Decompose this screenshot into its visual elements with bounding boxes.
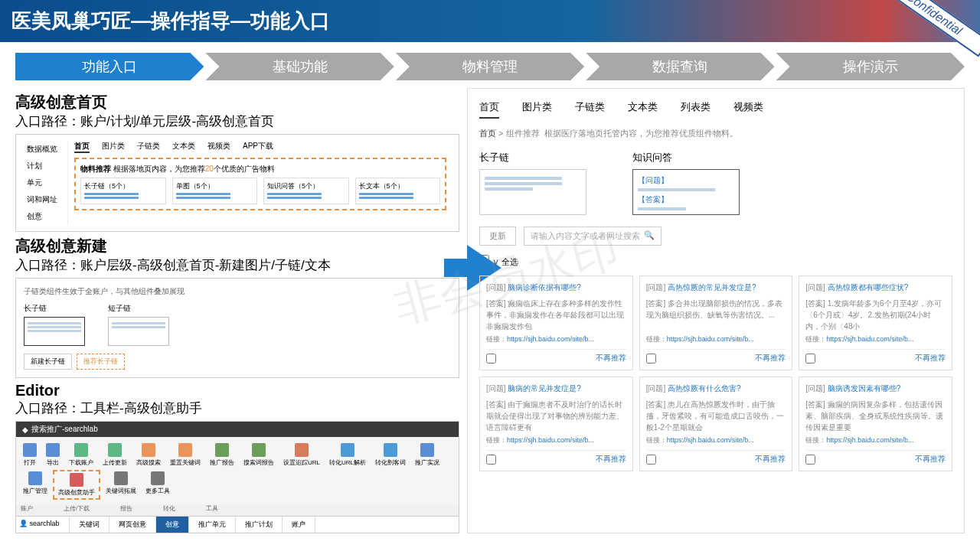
no-recommend-link[interactable]: 不再推荐 — [915, 454, 946, 465]
rec-mid: 根据落地页内容，为您推荐 — [113, 165, 205, 173]
toolbar-button[interactable]: 上传更新 — [99, 442, 131, 468]
no-recommend-link[interactable]: 不再推荐 — [755, 454, 786, 465]
rec-pre: 物料推荐 — [80, 165, 111, 173]
toolbar-button[interactable]: 转化URL解析 — [325, 442, 370, 468]
card-checkbox[interactable] — [805, 354, 815, 364]
toolbar-button[interactable]: 搜索词报告 — [240, 442, 278, 468]
tab[interactable]: 首页 — [74, 141, 90, 153]
qa-card[interactable]: [问题] 高热惊厥的常见并发症是?[答案] 多合并出现脑部损伤的情况，多表现为脑… — [639, 276, 793, 370]
toolbar-button[interactable]: 高级搜索 — [132, 442, 165, 468]
new-button[interactable]: 新建长子链 — [24, 354, 72, 370]
r-tab[interactable]: 图片类 — [522, 100, 552, 119]
user-label: searchlab — [30, 520, 60, 527]
toolbar-button[interactable]: 更多工具 — [142, 470, 174, 500]
side-item[interactable]: 计划 — [22, 158, 67, 174]
section1-title: 高级创意首页 — [15, 92, 459, 112]
side-item[interactable]: 创意 — [22, 208, 67, 225]
page-title: 医美凤巢巧匠—操作指导—功能入口 — [11, 8, 330, 34]
bottom-tab[interactable]: 关键词 — [70, 517, 109, 533]
step-4[interactable]: 数据查询 — [586, 53, 774, 80]
toolbar-button[interactable]: 推广管理 — [19, 470, 51, 500]
screenshot-3: ◆搜索推广-searchlab 打开导出下载账户上传更新高级搜索重置关键词推广报… — [15, 421, 459, 533]
selectall-label: 全选 — [501, 257, 518, 266]
window-title: 搜索推广-searchlab — [31, 424, 98, 435]
detail-panel: 首页 图片类 子链类 文本类 列表类 视频类 首页 > 组件推荐 根据医疗落地页… — [467, 88, 965, 533]
r-tab[interactable]: 视频类 — [733, 100, 763, 119]
tab[interactable]: 子链类 — [137, 141, 160, 153]
step-3[interactable]: 物料管理 — [396, 53, 584, 80]
screenshot-2: 子链类组件生效于全账户，与其他组件叠加展现 长子链 短子链 新建长子链 推荐长子… — [15, 278, 459, 378]
item-label: 短子链 — [108, 303, 169, 314]
bottom-tab[interactable]: 网页创意 — [109, 517, 156, 533]
no-recommend-link[interactable]: 不再推荐 — [755, 353, 786, 364]
toolbar-button[interactable]: 导出 — [42, 442, 64, 468]
step-2[interactable]: 基础功能 — [205, 53, 394, 80]
no-recommend-link[interactable]: 不再推荐 — [596, 353, 626, 364]
group-label: 转化 — [163, 504, 175, 513]
tab[interactable]: 视频类 — [207, 141, 230, 153]
section3-path: 入口路径：工具栏-高级创意助手 — [15, 399, 459, 417]
tab[interactable]: APP下载 — [243, 141, 273, 153]
qa-card[interactable]: [问题] 脑病诊断依据有哪些?[答案] 癫痫临床上存在多种多样的发作性事件，非癫… — [479, 276, 633, 370]
qa-card[interactable]: [问题] 脑病的常见并发症是?[答案] 由于癫痫患者不及时治疗的话长时期就会使得… — [479, 377, 633, 471]
group-label: 工具 — [206, 504, 218, 513]
rec-hl: 20 — [205, 165, 214, 173]
toolbar-button[interactable]: 关键词拓展 — [102, 470, 140, 500]
toolbar-button[interactable]: 打开 — [19, 442, 41, 468]
update-button[interactable]: 更新 — [479, 227, 516, 246]
section3-title: Editor — [15, 382, 459, 399]
rec-card[interactable]: 长子链（5个） — [80, 178, 166, 204]
rec-card[interactable]: 长文本（5个） — [355, 178, 441, 204]
app-icon: ◆ — [22, 425, 28, 434]
side-item[interactable]: 词和网址 — [22, 191, 67, 208]
card-checkbox[interactable] — [646, 354, 656, 364]
tab[interactable]: 文本类 — [172, 141, 195, 153]
toolbar-button[interactable]: 下载账户 — [65, 442, 97, 468]
rec-card[interactable]: 单图（5个） — [172, 178, 258, 204]
card-checkbox[interactable] — [486, 354, 496, 364]
card-checkbox[interactable] — [805, 455, 815, 465]
r-tab[interactable]: 首页 — [479, 100, 499, 119]
r-tab[interactable]: 文本类 — [628, 100, 658, 119]
bottom-tab[interactable]: 账户 — [283, 517, 315, 533]
group-label: 账户 — [21, 504, 33, 513]
group-label: 报告 — [120, 504, 132, 513]
bottom-tab[interactable]: 创意 — [156, 517, 189, 533]
screenshot-1: 数据概览 计划 单元 词和网址 创意 首页 图片类 子链类 文本类 视频类 AP… — [15, 134, 459, 232]
toolbar-button[interactable]: 推广报告 — [206, 442, 238, 468]
r-tab[interactable]: 子链类 — [575, 100, 605, 119]
toolbar-button[interactable]: 高级创意助手 — [53, 470, 100, 500]
search-icon: 🔍 — [644, 230, 655, 242]
section2-title: 高级创意新建 — [15, 236, 459, 256]
no-recommend-link[interactable]: 不再推荐 — [596, 454, 626, 465]
qa-card[interactable]: [问题] 高热惊厥有什么危害?[答案] 患儿在高热惊厥发作时，由于抽搐，牙齿紧咬… — [639, 377, 793, 471]
section2-path: 入口路径：账户层级-高级创意首页-新建图片/子链/文本 — [15, 256, 459, 274]
search-input[interactable]: 请输入内容文字或者网址搜索🔍 — [524, 227, 662, 246]
group-label: 上传/下载 — [64, 504, 90, 513]
breadcrumb: 首页 > 组件推荐 根据医疗落地页托管内容，为您推荐优质组件物料。 — [479, 128, 952, 139]
r-tab[interactable]: 列表类 — [681, 100, 710, 119]
side-item[interactable]: 单元 — [22, 174, 67, 191]
col-label: 长子链 — [479, 151, 586, 165]
tab[interactable]: 图片类 — [102, 141, 125, 153]
qa-card[interactable]: [问题] 高热惊厥都有哪些症状?[答案] 1.发病年龄多为6个月至4岁，亦可〈6… — [799, 276, 952, 370]
toolbar-button[interactable]: 重置关键词 — [166, 442, 204, 468]
toolbar-button[interactable]: 设置追踪URL — [279, 442, 324, 468]
recommend-button[interactable]: 推荐长子链 — [77, 354, 125, 370]
step-1[interactable]: 功能入口 — [15, 53, 204, 80]
card-checkbox[interactable] — [486, 455, 496, 465]
bottom-tab[interactable]: 推广单元 — [189, 517, 236, 533]
section1-path: 入口路径：账户/计划/单元层级-高级创意首页 — [15, 112, 459, 130]
rec-card[interactable]: 知识问答（5个） — [263, 178, 349, 204]
toolbar-button[interactable]: 转化剖客词 — [371, 442, 410, 468]
bottom-tab[interactable]: 推广计划 — [236, 517, 283, 533]
col-label: 知识问答 — [632, 151, 740, 165]
tip-text: 子链类组件生效于全账户，与其他组件叠加展现 — [24, 286, 451, 297]
step-5[interactable]: 操作演示 — [776, 53, 965, 80]
no-recommend-link[interactable]: 不再推荐 — [915, 353, 946, 364]
recommend-box: 物料推荐 根据落地页内容，为您推荐20个优质的广告物料 长子链（5个） 单图（5… — [74, 158, 446, 210]
toolbar-button[interactable]: 推广实况 — [411, 442, 443, 468]
side-item[interactable]: 数据概览 — [22, 141, 67, 158]
card-checkbox[interactable] — [646, 455, 656, 465]
qa-card[interactable]: [问题] 脑病诱发因素有哪些?[答案] 癫痫的病因复杂多样，包括遗传因素、脑部疾… — [799, 377, 952, 471]
